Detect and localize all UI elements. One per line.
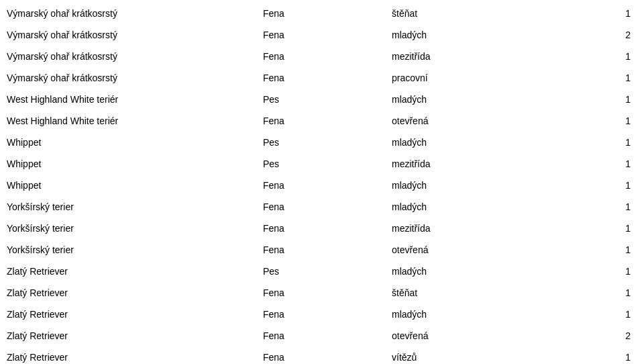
class-cell: otevřená [386,325,580,347]
breed-cell: Whippet [0,175,258,196]
count-cell: 1 [580,132,644,153]
breed-cell: Yorkšírský terier [0,218,258,239]
class-cell: mladých [386,304,580,325]
data-table: Výmarský ohař krátkosrstý Fena štěňat 1 … [0,3,644,364]
count-cell: 1 [580,239,644,261]
class-cell: mladých [386,175,580,196]
count-cell: 1 [580,282,644,304]
table-row: Zlatý Retriever Pes mladých 1 [0,261,644,282]
breed-cell: Výmarský ohař krátkosrstý [0,24,258,46]
sex-cell: Fena [258,196,386,218]
count-cell: 1 [580,218,644,239]
count-cell: 1 [580,153,644,175]
sex-cell: Pes [258,132,386,153]
class-cell: mladých [386,89,580,110]
breed-cell: Výmarský ohař krátkosrstý [0,46,258,67]
breed-cell: Výmarský ohař krátkosrstý [0,67,258,89]
table-row: Zlatý Retriever Fena mladých 1 [0,304,644,325]
class-cell: vítězů [386,347,580,364]
table-row: Whippet Pes mezitřída 1 [0,153,644,175]
table-row: Výmarský ohař krátkosrstý Fena mezitřída… [0,46,644,67]
table-row: Whippet Pes mladých 1 [0,132,644,153]
class-cell: mezitřída [386,153,580,175]
class-cell: mezitřída [386,218,580,239]
count-cell: 1 [580,110,644,132]
table-row: Výmarský ohař krátkosrstý Fena mladých 2 [0,24,644,46]
breed-cell: West Highland White teriér [0,110,258,132]
breed-cell: Whippet [0,132,258,153]
breed-cell: Whippet [0,153,258,175]
table-row: Yorkšírský terier Fena mezitřída 1 [0,218,644,239]
class-cell: mladých [386,261,580,282]
count-cell: 1 [580,304,644,325]
breed-cell: Zlatý Retriever [0,347,258,364]
count-cell: 1 [580,89,644,110]
main-table-container: Výmarský ohař krátkosrstý Fena štěňat 1 … [0,0,644,364]
breed-cell: West Highland White teriér [0,89,258,110]
table-row: West Highland White teriér Pes mladých 1 [0,89,644,110]
count-cell: 1 [580,196,644,218]
table-row: Zlatý Retriever Fena štěňat 1 [0,282,644,304]
table-row: Výmarský ohař krátkosrstý Fena pracovní … [0,67,644,89]
sex-cell: Fena [258,175,386,196]
class-cell: mladých [386,24,580,46]
table-row: Yorkšírský terier Fena mladých 1 [0,196,644,218]
class-cell: štěňat [386,282,580,304]
sex-cell: Fena [258,110,386,132]
class-cell: mladých [386,196,580,218]
sex-cell: Fena [258,239,386,261]
count-cell: 2 [580,24,644,46]
class-cell: štěňat [386,3,580,24]
table-row: Yorkšírský terier Fena otevřená 1 [0,239,644,261]
class-cell: mezitřída [386,46,580,67]
count-cell: 1 [580,175,644,196]
table-row: West Highland White teriér Fena otevřená… [0,110,644,132]
class-cell: pracovní [386,67,580,89]
sex-cell: Fena [258,304,386,325]
sex-cell: Fena [258,325,386,347]
sex-cell: Fena [258,24,386,46]
count-cell: 1 [580,67,644,89]
table-row: Výmarský ohař krátkosrstý Fena štěňat 1 [0,3,644,24]
sex-cell: Pes [258,261,386,282]
class-cell: otevřená [386,239,580,261]
count-cell: 1 [580,46,644,67]
sex-cell: Fena [258,46,386,67]
count-cell: 2 [580,325,644,347]
class-cell: mladých [386,132,580,153]
sex-cell: Pes [258,89,386,110]
sex-cell: Fena [258,347,386,364]
table-row: Whippet Fena mladých 1 [0,175,644,196]
table-row: Zlatý Retriever Fena otevřená 2 [0,325,644,347]
class-cell: otevřená [386,110,580,132]
breed-cell: Zlatý Retriever [0,325,258,347]
count-cell: 1 [580,347,644,364]
count-cell: 1 [580,261,644,282]
sex-cell: Fena [258,218,386,239]
sex-cell: Pes [258,153,386,175]
breed-cell: Výmarský ohař krátkosrstý [0,3,258,24]
sex-cell: Fena [258,67,386,89]
sex-cell: Fena [258,3,386,24]
breed-cell: Yorkšírský terier [0,196,258,218]
breed-cell: Zlatý Retriever [0,304,258,325]
table-row: Zlatý Retriever Fena vítězů 1 [0,347,644,364]
breed-cell: Zlatý Retriever [0,261,258,282]
sex-cell: Fena [258,282,386,304]
breed-cell: Yorkšírský terier [0,239,258,261]
breed-cell: Zlatý Retriever [0,282,258,304]
count-cell: 1 [580,3,644,24]
